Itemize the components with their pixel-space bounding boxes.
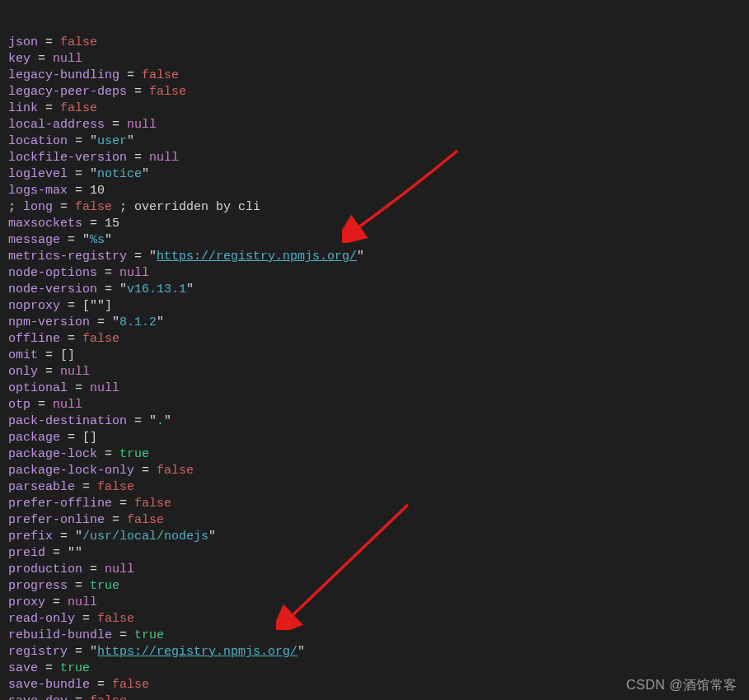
token-key: legacy-peer-deps <box>8 85 127 99</box>
token-punc: " <box>157 315 164 329</box>
token-key: save-dev <box>8 694 68 700</box>
token-str: 8.1.2 <box>119 315 157 329</box>
token-key: long <box>23 200 53 214</box>
token-punc: " <box>90 167 97 181</box>
token-punc: " <box>142 167 149 181</box>
token-punc: " <box>297 645 305 659</box>
token-key: prefer-online <box>8 513 105 527</box>
token-null: null <box>149 151 179 165</box>
token-null: null <box>53 398 82 412</box>
token-false: false <box>90 694 127 700</box>
token-punc: = <box>127 414 149 428</box>
code-line: key = null <box>8 51 741 68</box>
token-null: null <box>68 595 97 609</box>
token-key: npm-version <box>8 315 90 329</box>
token-key: otp <box>8 398 30 412</box>
token-link: https://registry.npmjs.org/ <box>157 250 357 264</box>
token-null: null <box>119 266 149 280</box>
token-punc: = <box>53 530 75 544</box>
token-punc: " <box>357 250 364 264</box>
token-punc: = <box>45 595 68 609</box>
token-punc: " <box>105 233 112 247</box>
token-null: null <box>53 52 82 66</box>
token-punc: = <box>127 250 149 264</box>
token-punc: " <box>208 530 216 544</box>
lines-container: json = falsekey = nulllegacy-bundling = … <box>8 35 741 700</box>
token-punc: = <box>127 85 149 99</box>
token-punc: = <box>68 645 90 659</box>
code-line: prefer-offline = false <box>8 496 741 512</box>
token-str: . <box>157 414 164 428</box>
code-line: logs-max = 10 <box>8 183 741 199</box>
token-key: pack-destination <box>8 414 127 428</box>
token-punc: = <box>112 497 134 511</box>
token-false: false <box>142 68 179 82</box>
code-line: only = null <box>8 364 741 380</box>
token-key: maxsockets <box>8 217 82 231</box>
token-punc: = <box>105 118 127 132</box>
code-line: rebuild-bundle = true <box>8 628 741 644</box>
token-punc: = <box>38 365 60 379</box>
token-punc: = <box>90 315 112 329</box>
token-punc: = <box>30 52 53 66</box>
token-punc: = [] <box>60 431 97 445</box>
token-punc: = <box>38 101 60 115</box>
code-line: pack-destination = "." <box>8 413 741 430</box>
token-null: null <box>90 381 119 395</box>
token-str: user <box>97 134 127 148</box>
token-key: metrics-registry <box>8 250 127 264</box>
token-key: save-bundle <box>8 678 90 692</box>
code-line: legacy-peer-deps = false <box>8 84 741 100</box>
token-punc: " <box>68 546 75 560</box>
token-key: location <box>8 134 68 148</box>
token-key: legacy-bundling <box>8 68 119 82</box>
code-line: progress = true <box>8 578 741 595</box>
code-line: optional = null <box>8 380 741 397</box>
token-key: key <box>8 52 30 66</box>
token-punc: " <box>186 282 194 296</box>
code-line: proxy = null <box>8 595 741 611</box>
code-line: node-options = null <box>8 265 741 282</box>
token-punc: " <box>164 414 171 428</box>
token-key: node-version <box>8 282 97 296</box>
token-num: 10 <box>90 184 105 198</box>
token-punc: " <box>149 414 157 428</box>
code-line: message = "%s" <box>8 232 741 249</box>
token-punc: = <box>68 381 90 395</box>
token-punc: " <box>82 233 90 247</box>
token-false: false <box>60 101 97 115</box>
token-punc: = <box>68 579 90 593</box>
token-punc: " <box>149 250 157 264</box>
token-punc: " <box>112 315 119 329</box>
token-punc: = <box>90 678 112 692</box>
token-punc: " <box>127 134 134 148</box>
code-line: ; long = false ; overridden by cli <box>8 199 741 216</box>
code-line: otp = null <box>8 397 741 413</box>
token-true: true <box>90 579 119 593</box>
token-key: noproxy <box>8 299 60 313</box>
token-punc: " <box>97 299 105 313</box>
token-key: only <box>8 365 38 379</box>
token-punc: = <box>112 628 134 642</box>
code-line: save = true <box>8 660 741 677</box>
token-punc: = <box>68 134 90 148</box>
token-punc: = <box>68 694 90 700</box>
token-str: /usr/local/nodejs <box>82 530 208 544</box>
token-punc: = <box>60 332 82 346</box>
token-punc: = <box>75 612 97 626</box>
token-str: %s <box>90 233 105 247</box>
token-punc: = <box>45 546 68 560</box>
token-false: false <box>127 513 164 527</box>
token-punc: = <box>97 266 119 280</box>
token-punc: = <box>105 513 127 527</box>
token-punc: = <box>119 68 142 82</box>
token-true: true <box>134 628 164 642</box>
token-key: optional <box>8 381 68 395</box>
token-punc: = [] <box>38 348 75 362</box>
code-line: save-dev = false <box>8 693 741 700</box>
token-punc: " <box>75 530 82 544</box>
token-key: link <box>8 101 38 115</box>
token-punc: = <box>30 398 53 412</box>
code-line: offline = false <box>8 331 741 348</box>
code-line: metrics-registry = "https://registry.npm… <box>8 249 741 265</box>
